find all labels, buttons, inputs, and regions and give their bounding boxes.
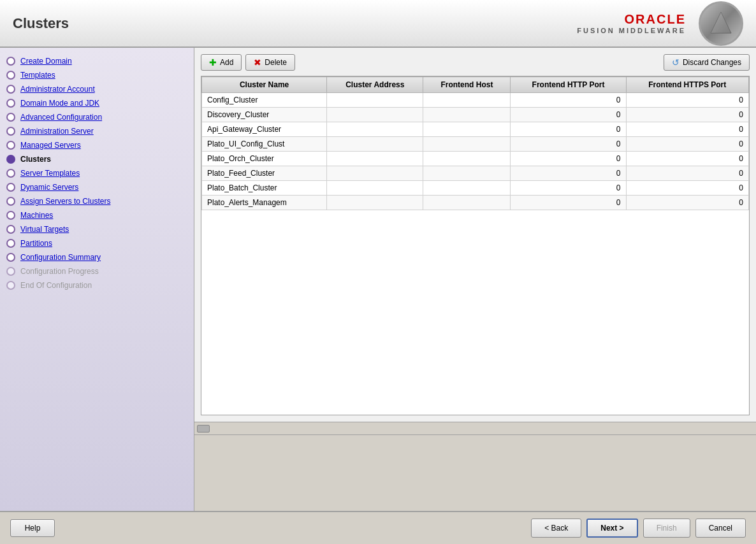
sidebar-label-managed-servers: Managed Servers xyxy=(20,141,81,150)
table-cell-0-3: 0 xyxy=(511,93,626,108)
sidebar-label-domain-mode-jdk: Domain Mode and JDK xyxy=(20,99,99,108)
sidebar-item-dynamic-servers[interactable]: Dynamic Servers xyxy=(0,180,194,194)
delete-label: Delete xyxy=(265,58,287,67)
table-cell-1-2 xyxy=(423,108,511,122)
header: Clusters ORACLE FUSION MIDDLEWARE xyxy=(0,0,756,48)
sidebar-dot-domain-mode-jdk xyxy=(6,99,15,108)
table-cell-2-3: 0 xyxy=(511,122,626,137)
sidebar-label-configuration-progress: Configuration Progress xyxy=(20,267,99,276)
table-cell-3-0: Plato_UI_Config_Clust xyxy=(202,137,327,152)
sidebar-item-partitions[interactable]: Partitions xyxy=(0,236,194,250)
sidebar-item-server-templates[interactable]: Server Templates xyxy=(0,166,194,180)
sidebar-label-advanced-configuration: Advanced Configuration xyxy=(20,113,102,122)
sidebar-label-assign-servers-to-clusters: Assign Servers to Clusters xyxy=(20,197,110,206)
table-cell-6-2 xyxy=(423,181,511,196)
sidebar-item-managed-servers[interactable]: Managed Servers xyxy=(0,138,194,152)
add-label: Add xyxy=(220,58,233,67)
table-cell-3-3: 0 xyxy=(511,137,626,152)
table-row[interactable]: Plato_Batch_Cluster00 xyxy=(202,181,749,196)
table-row[interactable]: Api_Gateway_Cluster00 xyxy=(202,122,749,137)
sidebar-dot-server-templates xyxy=(6,169,15,178)
table-cell-3-1 xyxy=(327,137,423,152)
table-cell-3-2 xyxy=(423,137,511,152)
sidebar-dot-templates xyxy=(6,71,15,80)
table-row[interactable]: Plato_Alerts_Managem00 xyxy=(202,196,749,210)
content-area: ✚ Add ✖ Delete ↺ Discard Changes xyxy=(194,48,756,511)
footer: Help < Back Next > Finish Cancel xyxy=(0,511,756,544)
sidebar: Create DomainTemplatesAdministrator Acco… xyxy=(0,48,194,511)
cancel-button[interactable]: Cancel xyxy=(695,519,746,538)
add-button[interactable]: ✚ Add xyxy=(201,54,242,71)
sidebar-dot-assign-servers-to-clusters xyxy=(6,197,15,206)
discard-icon: ↺ xyxy=(672,57,680,68)
table-cell-0-0: Config_Cluster xyxy=(202,93,327,108)
sidebar-label-partitions: Partitions xyxy=(20,239,52,248)
sidebar-dot-configuration-summary xyxy=(6,253,15,262)
sidebar-dot-administrator-account xyxy=(6,85,15,94)
sidebar-item-virtual-targets[interactable]: Virtual Targets xyxy=(0,222,194,236)
content-inner: ✚ Add ✖ Delete ↺ Discard Changes xyxy=(194,48,756,422)
table-cell-7-2 xyxy=(423,196,511,210)
sidebar-item-clusters[interactable]: Clusters xyxy=(0,152,194,166)
sidebar-dot-advanced-configuration xyxy=(6,113,15,122)
table-row[interactable]: Plato_Feed_Cluster00 xyxy=(202,166,749,181)
clusters-table: Cluster Name Cluster Address Frontend Ho… xyxy=(201,76,749,210)
sidebar-item-create-domain[interactable]: Create Domain xyxy=(0,54,194,68)
sidebar-item-end-of-configuration: End Of Configuration xyxy=(0,278,194,292)
sidebar-label-virtual-targets: Virtual Targets xyxy=(20,225,69,234)
discard-button[interactable]: ↺ Discard Changes xyxy=(664,54,750,71)
table-header: Cluster Name Cluster Address Frontend Ho… xyxy=(202,77,749,93)
sidebar-item-configuration-summary[interactable]: Configuration Summary xyxy=(0,250,194,264)
next-button[interactable]: Next > xyxy=(586,519,637,538)
sidebar-label-templates: Templates xyxy=(20,71,55,80)
table-cell-6-3: 0 xyxy=(511,181,626,196)
oracle-logo: ORACLE FUSION MIDDLEWARE xyxy=(577,12,686,34)
table-cell-6-1 xyxy=(327,181,423,196)
page-title: Clusters xyxy=(13,15,69,32)
table-cell-4-3: 0 xyxy=(511,152,626,166)
sidebar-item-domain-mode-jdk[interactable]: Domain Mode and JDK xyxy=(0,96,194,110)
oracle-text: ORACLE xyxy=(625,12,686,27)
table-cell-5-4: 0 xyxy=(626,166,748,181)
table-cell-1-3: 0 xyxy=(511,108,626,122)
table-cell-1-4: 0 xyxy=(626,108,748,122)
horizontal-scrollbar[interactable] xyxy=(194,422,756,434)
sidebar-item-administration-server[interactable]: Administration Server xyxy=(0,124,194,138)
table-row[interactable]: Config_Cluster00 xyxy=(202,93,749,108)
scroll-thumb[interactable] xyxy=(197,425,210,433)
sidebar-label-administration-server: Administration Server xyxy=(20,127,94,136)
svg-marker-1 xyxy=(711,12,731,33)
sidebar-item-templates[interactable]: Templates xyxy=(0,68,194,82)
toolbar: ✚ Add ✖ Delete ↺ Discard Changes xyxy=(201,54,750,71)
table-cell-4-0: Plato_Orch_Cluster xyxy=(202,152,327,166)
table-row[interactable]: Plato_UI_Config_Clust00 xyxy=(202,137,749,152)
sidebar-dot-dynamic-servers xyxy=(6,183,15,192)
back-button[interactable]: < Back xyxy=(531,519,581,538)
table-body: Config_Cluster00Discovery_Cluster00Api_G… xyxy=(202,93,749,210)
sidebar-label-machines: Machines xyxy=(20,211,53,220)
sidebar-dot-administration-server xyxy=(6,127,15,136)
help-button[interactable]: Help xyxy=(10,519,55,537)
table-row[interactable]: Discovery_Cluster00 xyxy=(202,108,749,122)
table-row[interactable]: Plato_Orch_Cluster00 xyxy=(202,152,749,166)
sidebar-item-assign-servers-to-clusters[interactable]: Assign Servers to Clusters xyxy=(0,194,194,208)
sidebar-dot-machines xyxy=(6,211,15,220)
table-cell-1-1 xyxy=(327,108,423,122)
table-cell-4-1 xyxy=(327,152,423,166)
sidebar-dot-partitions xyxy=(6,239,15,248)
footer-right: < Back Next > Finish Cancel xyxy=(531,519,746,538)
col-frontend-https-port: Frontend HTTPS Port xyxy=(626,77,748,93)
delete-button[interactable]: ✖ Delete xyxy=(245,54,295,71)
sidebar-label-administrator-account: Administrator Account xyxy=(20,85,95,94)
clusters-table-container[interactable]: Cluster Name Cluster Address Frontend Ho… xyxy=(201,76,750,415)
oracle-sub: FUSION MIDDLEWARE xyxy=(577,27,686,34)
sidebar-item-advanced-configuration[interactable]: Advanced Configuration xyxy=(0,110,194,124)
finish-button[interactable]: Finish xyxy=(643,519,690,538)
table-cell-7-4: 0 xyxy=(626,196,748,210)
oracle-emblem xyxy=(699,1,743,46)
sidebar-item-machines[interactable]: Machines xyxy=(0,208,194,222)
sidebar-item-administrator-account[interactable]: Administrator Account xyxy=(0,82,194,96)
table-cell-5-1 xyxy=(327,166,423,181)
col-cluster-address: Cluster Address xyxy=(327,77,423,93)
sidebar-label-end-of-configuration: End Of Configuration xyxy=(20,281,92,290)
